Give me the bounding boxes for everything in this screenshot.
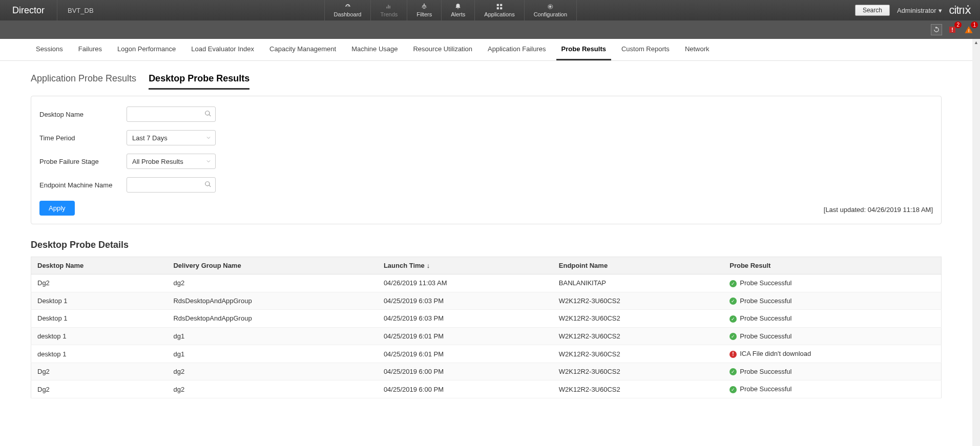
probe-details-table: Desktop NameDelivery Group NameLaunch Ti… xyxy=(31,257,942,398)
subtabs-row: Application Probe ResultsDesktop Probe R… xyxy=(31,73,942,90)
time-period-select[interactable]: Last 7 Days xyxy=(127,130,216,145)
cell-result: Probe Successful xyxy=(723,380,941,398)
page-scrollbar[interactable] xyxy=(972,39,980,446)
result-text: Probe Successful xyxy=(740,385,791,393)
cell-endpoint: W2K12R2-3U60CS2 xyxy=(553,327,723,345)
svg-point-1 xyxy=(422,6,423,7)
cell-desktop: desktop 1 xyxy=(31,327,168,345)
critical-count: 2 xyxy=(954,22,962,28)
nav-alerts[interactable]: Alerts xyxy=(441,0,474,20)
cell-result: ICA File didn't download xyxy=(723,345,941,363)
nav-configuration[interactable]: Configuration xyxy=(524,0,577,20)
gear-icon xyxy=(546,3,554,10)
filter-panel: Desktop Name Time Period Last 7 Days Pro… xyxy=(31,96,942,224)
details-title: Desktop Probe Details xyxy=(31,240,942,250)
check-circle-icon xyxy=(729,280,737,287)
svg-point-0 xyxy=(424,4,425,5)
table-row[interactable]: desktop 1dg104/25/2019 6:01 PMW2K12R2-3U… xyxy=(31,345,942,363)
cell-desktop: desktop 1 xyxy=(31,345,168,363)
tab-resource-utilization[interactable]: Resource Utilization xyxy=(408,39,477,60)
cell-time: 04/26/2019 11:03 AM xyxy=(378,274,553,292)
top-nav: Dashboard Trends Filters Alerts Applicat… xyxy=(324,0,577,20)
filters-icon xyxy=(420,3,428,10)
nav-dashboard[interactable]: Dashboard xyxy=(324,0,371,20)
tab-network[interactable]: Network xyxy=(680,39,715,60)
cell-result: Probe Successful xyxy=(723,292,941,310)
refresh-button[interactable] xyxy=(931,24,942,35)
table-row[interactable]: Dg2dg204/26/2019 11:03 AMBANLANIKITAPPro… xyxy=(31,274,942,292)
cell-time: 04/25/2019 6:01 PM xyxy=(378,345,553,363)
tab-probe-results[interactable]: Probe Results xyxy=(556,39,611,60)
table-row[interactable]: Dg2dg204/25/2019 6:00 PMW2K12R2-3U60CS2P… xyxy=(31,363,942,380)
desktop-name-input[interactable] xyxy=(127,107,216,122)
cell-time: 04/25/2019 6:03 PM xyxy=(378,292,553,310)
check-circle-icon xyxy=(729,298,737,305)
apps-icon xyxy=(495,3,504,10)
result-text: ICA File didn't download xyxy=(740,350,811,357)
endpoint-input[interactable] xyxy=(127,177,216,193)
svg-text:!: ! xyxy=(968,29,970,33)
trends-icon xyxy=(385,3,393,10)
cell-group: dg1 xyxy=(167,327,377,345)
top-header: Director BVT_DB Dashboard Trends Filters… xyxy=(0,0,980,20)
sub-header: ! 2 ! 1 xyxy=(0,20,980,39)
table-row[interactable]: Dg2dg204/25/2019 6:00 PMW2K12R2-3U60CS2P… xyxy=(31,380,942,398)
chevron-down-icon xyxy=(205,135,212,142)
dashboard-icon xyxy=(344,3,352,10)
cell-desktop: Dg2 xyxy=(31,274,168,292)
col-launch-time[interactable]: Launch Time↓ xyxy=(378,257,553,274)
tab-machine-usage[interactable]: Machine Usage xyxy=(346,39,403,60)
tab-sessions[interactable]: Sessions xyxy=(31,39,68,60)
cell-time: 04/25/2019 6:01 PM xyxy=(378,327,553,345)
warning-alerts-badge[interactable]: ! 1 xyxy=(963,24,975,36)
cell-result: Probe Successful xyxy=(723,363,941,380)
cell-time: 04/25/2019 6:03 PM xyxy=(378,310,553,328)
table-row[interactable]: Desktop 1RdsDesktopAndAppGroup04/25/2019… xyxy=(31,310,942,328)
search-button[interactable]: Search xyxy=(855,5,890,16)
tab-logon-performance[interactable]: Logon Performance xyxy=(112,39,181,60)
subtab-application-probe-results[interactable]: Application Probe Results xyxy=(31,73,136,90)
cell-time: 04/25/2019 6:00 PM xyxy=(378,380,553,398)
failure-stage-select[interactable]: All Probe Results xyxy=(127,154,216,169)
tab-load-evaluator-index[interactable]: Load Evaluator Index xyxy=(186,39,259,60)
cell-endpoint: W2K12R2-3U60CS2 xyxy=(553,310,723,328)
check-circle-icon xyxy=(729,333,737,340)
cell-endpoint: W2K12R2-3U60CS2 xyxy=(553,380,723,398)
error-circle-icon xyxy=(729,351,737,358)
header-right: Search Administrator ▾ citrıẋ xyxy=(855,4,980,17)
nav-applications[interactable]: Applications xyxy=(474,0,524,20)
cell-desktop: Desktop 1 xyxy=(31,292,168,310)
svg-rect-3 xyxy=(497,4,499,6)
sort-desc-icon: ↓ xyxy=(427,262,430,269)
result-text: Probe Successful xyxy=(740,297,791,305)
col-delivery-group-name[interactable]: Delivery Group Name xyxy=(167,257,377,274)
col-desktop-name[interactable]: Desktop Name xyxy=(31,257,168,274)
critical-alerts-badge[interactable]: ! 2 xyxy=(946,24,958,36)
tab-failures[interactable]: Failures xyxy=(73,39,107,60)
admin-dropdown[interactable]: Administrator ▾ xyxy=(897,7,942,14)
subtab-desktop-probe-results[interactable]: Desktop Probe Results xyxy=(149,73,249,90)
app-title: Director xyxy=(0,0,57,20)
warning-count: 1 xyxy=(971,22,978,28)
svg-rect-4 xyxy=(500,4,502,6)
tab-custom-reports[interactable]: Custom Reports xyxy=(616,39,675,60)
nav-trends[interactable]: Trends xyxy=(370,0,407,20)
result-text: Probe Successful xyxy=(740,314,791,322)
col-probe-result[interactable]: Probe Result xyxy=(723,257,941,274)
nav-filters[interactable]: Filters xyxy=(407,0,441,20)
time-period-label: Time Period xyxy=(39,134,127,142)
cell-group: dg2 xyxy=(167,380,377,398)
last-updated-text: [Last updated: 04/26/2019 11:18 AM] xyxy=(824,206,933,214)
svg-text:!: ! xyxy=(951,27,953,33)
refresh-icon xyxy=(933,26,940,33)
cell-group: dg2 xyxy=(167,363,377,380)
table-row[interactable]: desktop 1dg104/25/2019 6:01 PMW2K12R2-3U… xyxy=(31,327,942,345)
apply-button[interactable]: Apply xyxy=(39,201,75,216)
col-endpoint-name[interactable]: Endpoint Name xyxy=(553,257,723,274)
tab-capacity-management[interactable]: Capacity Management xyxy=(264,39,341,60)
table-row[interactable]: Desktop 1RdsDesktopAndAppGroup04/25/2019… xyxy=(31,292,942,310)
svg-point-2 xyxy=(425,6,426,7)
main-content: SessionsFailuresLogon PerformanceLoad Ev… xyxy=(0,39,972,446)
failure-stage-label: Probe Failure Stage xyxy=(39,158,127,165)
tab-application-failures[interactable]: Application Failures xyxy=(483,39,551,60)
